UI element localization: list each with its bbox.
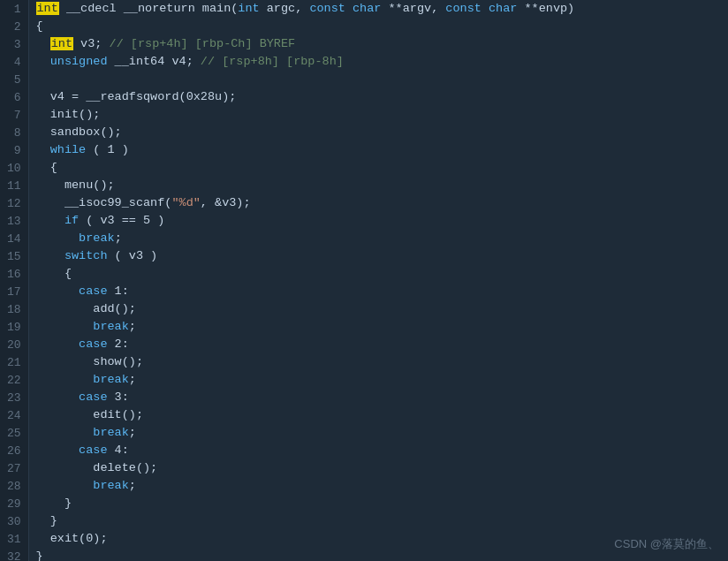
line-number: 16: [0, 265, 28, 283]
line-code: v4 = __readfsqword(0x28u);: [28, 88, 728, 106]
line-number: 4: [0, 53, 28, 71]
line-number: 8: [0, 124, 28, 141]
line-code: add();: [28, 300, 728, 318]
table-row: 14 break;: [0, 230, 728, 247]
table-row: 17 case 1:: [0, 283, 728, 300]
table-row: 4 unsigned __int64 v4; // [rsp+8h] [rbp-…: [0, 53, 728, 71]
code-editor: 1int __cdecl __noreturn main(int argc, c…: [0, 0, 728, 561]
line-code: init();: [28, 106, 728, 124]
table-row: 8 sandbox();: [0, 124, 728, 141]
line-code: case 1:: [28, 283, 728, 300]
line-code: menu();: [28, 177, 728, 194]
line-code: delete();: [28, 459, 728, 477]
line-number: 30: [0, 512, 28, 530]
table-row: 27 delete();: [0, 459, 728, 477]
line-code: break;: [28, 371, 728, 389]
line-code: if ( v3 == 5 ): [28, 212, 728, 230]
line-number: 19: [0, 318, 28, 336]
line-code: unsigned __int64 v4; // [rsp+8h] [rbp-8h…: [28, 53, 728, 71]
line-number: 23: [0, 389, 28, 406]
table-row: 23 case 3:: [0, 389, 728, 406]
table-row: 13 if ( v3 == 5 ): [0, 212, 728, 230]
line-code: while ( 1 ): [28, 141, 728, 159]
line-number: 15: [0, 247, 28, 265]
line-number: 13: [0, 212, 28, 230]
line-code: case 4:: [28, 442, 728, 459]
line-number: 24: [0, 406, 28, 424]
line-number: 27: [0, 459, 28, 477]
table-row: 3 int v3; // [rsp+4h] [rbp-Ch] BYREF: [0, 35, 728, 53]
table-row: 9 while ( 1 ): [0, 141, 728, 159]
line-number: 10: [0, 159, 28, 177]
line-code: case 3:: [28, 389, 728, 406]
line-number: 14: [0, 230, 28, 247]
table-row: 15 switch ( v3 ): [0, 247, 728, 265]
line-number: 32: [0, 548, 28, 561]
table-row: 16 {: [0, 265, 728, 283]
line-number: 31: [0, 530, 28, 548]
table-row: 25 break;: [0, 424, 728, 442]
table-row: 29 }: [0, 495, 728, 512]
table-row: 6 v4 = __readfsqword(0x28u);: [0, 88, 728, 106]
line-code: show();: [28, 353, 728, 371]
line-code: break;: [28, 477, 728, 495]
line-code: {: [28, 159, 728, 177]
line-number: 20: [0, 336, 28, 353]
table-row: 7 init();: [0, 106, 728, 124]
line-number: 7: [0, 106, 28, 124]
table-row: 18 add();: [0, 300, 728, 318]
line-code: switch ( v3 ): [28, 247, 728, 265]
line-number: 9: [0, 141, 28, 159]
line-code: int v3; // [rsp+4h] [rbp-Ch] BYREF: [28, 35, 728, 53]
line-code: int __cdecl __noreturn main(int argc, co…: [28, 0, 728, 18]
line-code: __isoc99_scanf("%d", &v3);: [28, 194, 728, 212]
line-number: 28: [0, 477, 28, 495]
line-code: sandbox();: [28, 124, 728, 141]
line-number: 21: [0, 353, 28, 371]
line-code: {: [28, 18, 728, 35]
table-row: 10 {: [0, 159, 728, 177]
table-row: 28 break;: [0, 477, 728, 495]
line-number: 2: [0, 18, 28, 35]
table-row: 5: [0, 71, 728, 88]
table-row: 19 break;: [0, 318, 728, 336]
line-number: 25: [0, 424, 28, 442]
line-number: 22: [0, 371, 28, 389]
code-table: 1int __cdecl __noreturn main(int argc, c…: [0, 0, 728, 561]
line-number: 1: [0, 0, 28, 18]
line-number: 17: [0, 283, 28, 300]
table-row: 12 __isoc99_scanf("%d", &v3);: [0, 194, 728, 212]
line-number: 5: [0, 71, 28, 88]
table-row: 1int __cdecl __noreturn main(int argc, c…: [0, 0, 728, 18]
table-row: 2{: [0, 18, 728, 35]
table-row: 26 case 4:: [0, 442, 728, 459]
table-row: 20 case 2:: [0, 336, 728, 353]
table-row: 24 edit();: [0, 406, 728, 424]
line-number: 26: [0, 442, 28, 459]
line-code: {: [28, 265, 728, 283]
table-row: 30 }: [0, 512, 728, 530]
line-code: break;: [28, 230, 728, 247]
line-number: 3: [0, 35, 28, 53]
line-number: 12: [0, 194, 28, 212]
line-number: 6: [0, 88, 28, 106]
line-number: 18: [0, 300, 28, 318]
line-number: 11: [0, 177, 28, 194]
line-code: }: [28, 495, 728, 512]
line-code: edit();: [28, 406, 728, 424]
table-row: 11 menu();: [0, 177, 728, 194]
watermark: CSDN @落莫的鱼、: [614, 536, 719, 552]
line-code: case 2:: [28, 336, 728, 353]
table-row: 22 break;: [0, 371, 728, 389]
line-code: }: [28, 512, 728, 530]
table-row: 21 show();: [0, 353, 728, 371]
line-code: [28, 71, 728, 88]
line-code: break;: [28, 318, 728, 336]
line-code: break;: [28, 424, 728, 442]
line-number: 29: [0, 495, 28, 512]
